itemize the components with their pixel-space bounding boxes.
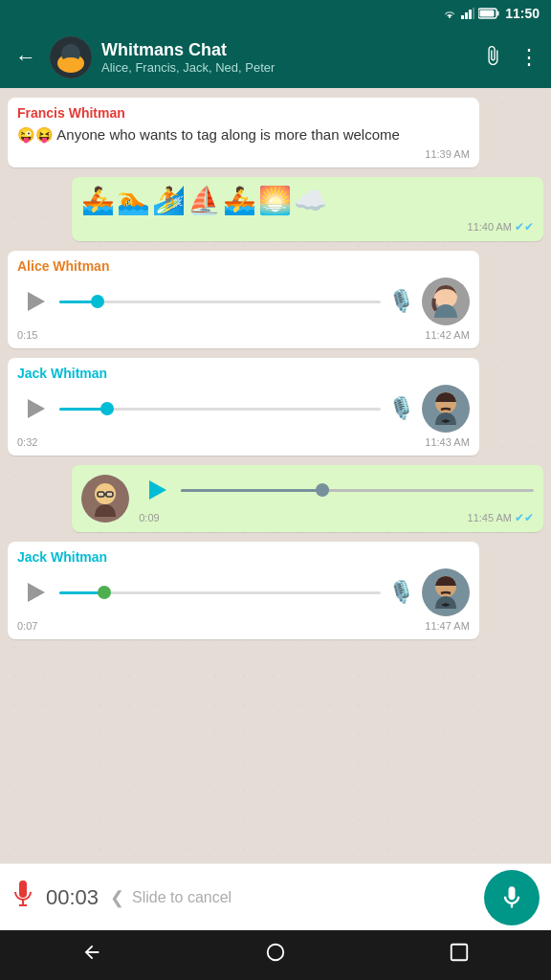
group-avatar[interactable] [50, 36, 92, 78]
play-button-alice[interactable] [17, 284, 52, 319]
emoji-surf: 🏄 [152, 185, 186, 216]
bottom-navigation [0, 930, 551, 980]
status-bar: 11:50 [0, 0, 551, 27]
svg-rect-18 [98, 492, 104, 497]
voice-thumb-out [316, 483, 329, 497]
voice-fill-jack-2 [59, 591, 104, 594]
record-button[interactable] [484, 870, 540, 925]
emoji-image-row: 🚣 🏊 🏄 ⛵ 🚣 🌅 ☁️ [81, 185, 534, 216]
message-jack-voice-2: Jack Whitman 🎙️ [8, 542, 479, 639]
svg-rect-2 [465, 12, 468, 19]
header-actions: ⋮ [482, 45, 540, 71]
nav-home-button[interactable] [265, 942, 286, 969]
recording-bar: 00:03 ❮ Slide to cancel [0, 863, 551, 930]
sender-name-jack-2: Jack Whitman [17, 549, 470, 565]
svg-point-26 [268, 945, 284, 961]
svg-rect-6 [497, 11, 499, 16]
message-jack-voice-1: Jack Whitman 🎙️ [8, 358, 479, 456]
slide-cancel-text: Slide to cancel [132, 889, 231, 906]
msg-time-out: 0:09 11:45 AM ✔✔ [139, 511, 534, 524]
voice-row-alice: 🎙️ [17, 278, 470, 325]
play-triangle-out [149, 480, 166, 500]
play-triangle-jack-2 [28, 583, 45, 602]
wifi-icon [442, 8, 457, 19]
emoji-row2: 🚣 [223, 185, 256, 216]
voice-track-out [181, 489, 534, 492]
play-button-out[interactable] [139, 473, 173, 507]
mic-icon-jack-2: 🎙️ [388, 580, 414, 605]
msg-time-jack-2: 0:07 11:47 AM [17, 620, 470, 632]
avatar-jack-1 [422, 385, 470, 433]
message-francis-text: Francis Whitman 😜😝 Anyone who wants to t… [8, 98, 479, 167]
voice-content-jack-2: 🎙️ [17, 575, 414, 610]
voice-middle-jack-1 [59, 408, 381, 411]
voice-row-outgoing: 0:09 11:45 AM ✔✔ [81, 473, 534, 524]
voice-middle-alice [59, 301, 381, 303]
voice-thumb-jack-2 [98, 586, 111, 599]
message-outgoing-emojis: 🚣 🏊 🏄 ⛵ 🚣 🌅 ☁️ 11:40 AM ✔✔ [72, 177, 543, 241]
group-avatar-img [50, 36, 92, 78]
svg-rect-3 [469, 10, 472, 19]
nav-recent-button[interactable] [449, 942, 470, 969]
voice-track-alice [59, 301, 381, 303]
svg-rect-4 [473, 8, 474, 19]
read-ticks-out: ✔✔ [515, 511, 534, 524]
svg-rect-1 [461, 15, 464, 19]
message-outgoing-voice: 0:09 11:45 AM ✔✔ [72, 465, 543, 532]
voice-content-out [139, 473, 534, 507]
signal-icon [461, 8, 474, 19]
avatar-alice [422, 278, 470, 325]
recording-mic-icon [11, 880, 34, 914]
more-options-icon[interactable]: ⋮ [518, 47, 540, 68]
message-alice-voice: Alice Whitman 🎙️ [8, 251, 479, 348]
svg-point-0 [449, 16, 451, 18]
battery-icon [478, 8, 499, 19]
status-icons [442, 8, 499, 19]
emoji-swim: 🏊 [117, 185, 150, 216]
msg-time-alice: 0:15 11:42 AM [17, 329, 470, 341]
voice-thumb-alice [91, 295, 104, 308]
msg-text-1: 😜😝 Anyone who wants to tag along is more… [17, 124, 470, 145]
voice-middle-jack-2 [59, 591, 381, 594]
read-ticks-2: ✔✔ [515, 220, 534, 234]
header-info: Whitmans Chat Alice, Francis, Jack, Ned,… [101, 40, 473, 75]
msg-time-2: 11:40 AM ✔✔ [81, 220, 534, 234]
slide-to-cancel: ❮ Slide to cancel [110, 887, 473, 908]
sender-name-alice: Alice Whitman [17, 258, 470, 274]
mic-icon-alice: 🎙️ [388, 289, 414, 314]
voice-track-jack-2 [59, 591, 381, 594]
svg-point-11 [61, 57, 80, 67]
attach-icon[interactable] [482, 45, 503, 71]
group-name: Whitmans Chat [101, 40, 473, 60]
emoji-sunset: 🌅 [258, 185, 292, 216]
svg-rect-19 [106, 492, 113, 497]
voice-row-jack-2: 🎙️ [17, 568, 470, 616]
msg-time-jack-1: 0:32 11:43 AM [17, 436, 470, 448]
voice-fill-alice [59, 301, 98, 303]
voice-middle-out [181, 489, 534, 492]
chevron-left-icon: ❮ [110, 887, 124, 908]
play-button-jack-1[interactable] [17, 391, 52, 426]
voice-content-jack-1: 🎙️ [17, 391, 414, 426]
voice-fill-out [181, 489, 322, 492]
voice-row-jack-1: 🎙️ [17, 385, 470, 433]
recording-timer: 00:03 [46, 885, 99, 910]
status-time: 11:50 [505, 6, 540, 21]
sender-name-jack-1: Jack Whitman [17, 366, 470, 381]
sender-name-francis: Francis Whitman [17, 105, 470, 121]
voice-content-alice: 🎙️ [17, 284, 414, 319]
svg-rect-23 [19, 880, 27, 898]
back-button[interactable]: ← [11, 41, 40, 74]
play-triangle-jack-1 [28, 399, 45, 418]
nav-back-button[interactable] [81, 942, 102, 969]
play-triangle-alice [28, 292, 45, 311]
mic-icon-jack-1: 🎙️ [388, 396, 414, 421]
voice-track-jack-1 [59, 408, 381, 411]
emoji-sail: ⛵ [187, 185, 221, 216]
chat-header: ← Whitmans Chat Alice, Francis, Jack, Ne… [0, 27, 551, 88]
svg-rect-7 [480, 11, 495, 17]
chat-messages: Francis Whitman 😜😝 Anyone who wants to t… [0, 88, 551, 863]
group-members: Alice, Francis, Jack, Ned, Peter [101, 60, 473, 75]
play-button-jack-2[interactable] [17, 575, 52, 610]
msg-time-1: 11:39 AM [17, 148, 470, 160]
